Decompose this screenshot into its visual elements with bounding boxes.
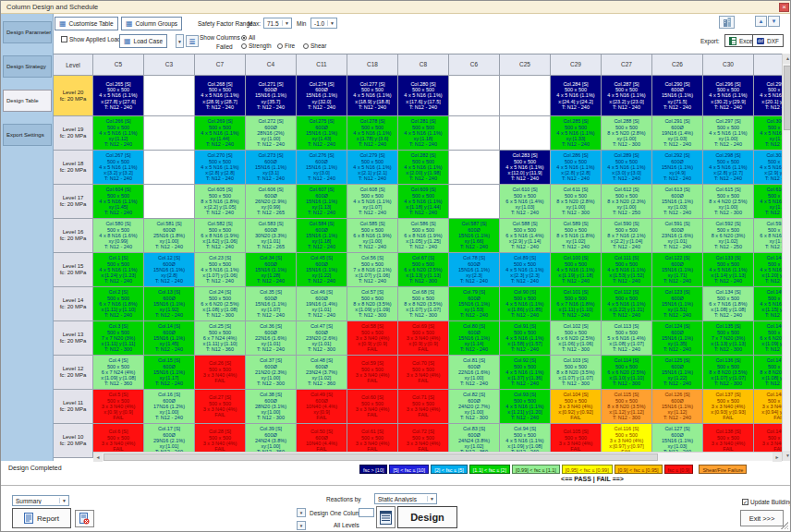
grid-column-header[interactable]: C11 [297, 54, 347, 76]
radio-shear[interactable] [303, 43, 309, 49]
grid-cell[interactable]: Col.299 [S]500 x 5004 x 5 N16 (1.1%)x:[2… [754, 76, 782, 116]
grid-cell[interactable]: Col.69 [S]500 x 5003 x 3 N40 (4%)x:[0.9]… [398, 321, 449, 356]
grid-cell[interactable]: Col.3 [S]500 x 5007 x 7 N20 (3%)x:[1.11]… [93, 321, 144, 356]
grid-cell[interactable]: Col.285 [S]500 x 5004 x 5 N16 (1.1%)xy:[… [551, 116, 602, 151]
grid-cell[interactable]: Col.284 [S]500 x 5004 x 5 N16 (1.1%)x:[2… [551, 76, 602, 116]
grid-cell[interactable]: Col.589 [S]500 x 5008 x 5 N16 (1.8%)xy:[… [551, 219, 602, 253]
grid-cell[interactable] [500, 116, 551, 151]
grid-cell[interactable]: Col.146 [S]500 x 5006 x 6 N20 (2.5%)x:[1… [754, 321, 782, 356]
grid-cell[interactable]: Col.59 [S]500 x 5003 x 3 N40 (4%)FAIL [347, 356, 398, 390]
grid-column-header[interactable]: C29 [551, 54, 602, 76]
grid-cell[interactable]: Col.298 [S]500 x 5004 x 5 N16 (1.1%)x:[2… [703, 151, 754, 185]
grid-cell[interactable]: Col.126 [S]600Ø15N16 (1.1%)xy:[1.12]T: N… [652, 390, 703, 424]
grid-cell[interactable]: Col.276 [S]600Ø15N16 (1.1%)xy:[3.0]T: N1… [297, 151, 347, 185]
customise-table-button[interactable]: ▦ Customise Table [55, 17, 118, 30]
grid-cell[interactable]: Col.266 [S]500 x 5004 x 5 N16 (1.1%)xy:[… [93, 116, 144, 151]
grid-column-header[interactable] [754, 54, 782, 76]
grid-column-header[interactable]: C5 [93, 54, 144, 76]
grid-cell[interactable]: Col.278 [S]500 x 5004 x 5 N16 (1.1%)x:[1… [347, 116, 398, 151]
level-cell[interactable]: Level 13fc: 20 MPa [54, 321, 93, 356]
scroll-right-arrow-icon[interactable]: ► [773, 453, 782, 462]
grid-cell[interactable]: Col.587 [S]600Ø15N16 (1.1%)xy:[1.66]T: N… [449, 219, 500, 253]
grid-cell[interactable]: Col.81 [S]600Ø22N16 (1.6%)xy:[1.00]T: N1… [449, 356, 500, 390]
grid-cell[interactable]: Col.274 [S]600Ø15N16 (1.1%)xy:[32.0]T: N… [297, 76, 347, 116]
grid-cell[interactable]: Col.581 [S]600Ø25N16 (1.8%)xy:[1.00]T: N… [144, 219, 195, 253]
grid-cell[interactable]: Col.1 [S]500 x 5004 x 5 N16 (1.1%)x:[1.2… [93, 253, 144, 287]
sidebar-tab-design-table[interactable]: Design Table [3, 90, 52, 112]
grid-cell[interactable]: Col.78 [S]600Ø15N16 (1.1%)xy:[2.3]T: N12… [449, 253, 500, 287]
grid-cell[interactable]: Col.588 [S]500 x 5006 x 5 N16 (1.4%)x:[2… [500, 219, 551, 253]
grid-cell[interactable] [449, 76, 500, 116]
grid-cell[interactable]: Col.288 [S]500 x 5008 x 5 N20 (2.8%)xy:[… [602, 116, 652, 151]
grid-cell[interactable]: Col.90 [S]500 x 5004 x 5 N16 (1.1%)x:[1.… [500, 287, 551, 321]
grid-cell[interactable]: Col.280 [S]500 x 5004 x 5 N16 (1.1%)x:[1… [398, 76, 449, 116]
grid-cell[interactable]: Col.137 [S]500 x 5003 x 3 N40 (4%)x:[0.9… [703, 390, 754, 424]
level-cell[interactable]: Level 10fc: 20 MPa [54, 424, 93, 458]
grid-cell[interactable]: Col.92 [S]500 x 5004 x 5 N16 (1.1%)x:[1.… [500, 356, 551, 390]
grid-cell[interactable]: Col.101 [S]500 x 5006 x 7 N16 (1.8%)x:[1… [551, 287, 602, 321]
grid-cell[interactable]: Col.586 [S]500 x 5006 x 8 N16 (1.9%)x:[1… [398, 219, 449, 253]
grid-cell[interactable]: Col.12 [S]600Ø15N16 (1.1%)xy:[2.8]T: N12… [144, 253, 195, 287]
design-icon-button[interactable] [376, 506, 396, 528]
grid-cell[interactable]: Col.16 [S]600Ø17N16 (1.2%)xy:[1.00]T: N1… [144, 390, 195, 424]
grid-cell[interactable]: Col.591 [S]600Ø23N16 (1.6%)xy:[1.01]T: N… [652, 219, 703, 253]
grid-cell[interactable]: Col.47 [S]600Ø23N20 (2.6%)xy:[1.01]T: N1… [297, 321, 347, 356]
export-dxf-button[interactable]: dxf DXF [752, 34, 784, 47]
grid-cell[interactable]: Col.605 [S]500 x 5008 x 5 N16 (1.8%)x:[2… [195, 185, 246, 219]
grid-cell[interactable]: Col.56 [S]500 x 5007 x 8 N16 (2.1%)x:[1.… [347, 253, 398, 287]
all-levels-dropdown-button[interactable]: ▼ [297, 521, 306, 530]
grid-cell[interactable]: Col.26 [S]500 x 5003 x 3 N40 (4%)FAIL [195, 356, 246, 390]
grid-column-header[interactable]: C3 [144, 54, 195, 76]
grid-cell[interactable]: Col.269 [S]500 x 5004 x 5 N16 (1.1%)xy:[… [195, 116, 246, 151]
scroll-levels-up-button[interactable]: ▲ [755, 16, 767, 27]
grid-cell[interactable]: Col.49 [S]600Ø10N40 (4.4%)xy:[0.9]FAIL [297, 390, 347, 424]
grid-cell[interactable]: Col.68 [S]500 x 5008 x 8 N20 (3.5%)x:[1.… [398, 287, 449, 321]
grid-column-header[interactable]: C8 [398, 54, 449, 76]
grid-cell[interactable]: Col.609 [S]500 x 5004 x 5 N16 (1.1%)x:[1… [398, 185, 449, 219]
grid-cell[interactable] [449, 116, 500, 151]
scroll-up-arrow-icon[interactable]: ▲ [783, 54, 791, 64]
grid-cell[interactable]: Col.590 [S]500 x 5008 x 7 N16 (2.1%)x:[2… [602, 219, 652, 253]
grid-cell[interactable]: Col.123 [S]600Ø15N16 (1.1%)xy:[1.51]T: N… [652, 287, 703, 321]
grid-cell[interactable]: Col.114 [S]500 x 5006 x 6 N20 (2.5%)x:[1… [602, 356, 652, 390]
vertical-scrollbar[interactable]: ▲ ▼ [782, 54, 791, 461]
delete-report-button[interactable] [75, 510, 94, 527]
design-one-column-input[interactable] [359, 508, 374, 517]
grid-column-header[interactable]: C7 [195, 54, 246, 76]
horizontal-scrollbar[interactable]: ◄ ► [93, 452, 782, 461]
grid-cell[interactable]: Col.71 [S]500 x 5003 x 3 N40 (4%)FAIL [398, 390, 449, 424]
grid-cell[interactable] [144, 76, 195, 116]
grid-cell[interactable]: Col.45 [S]600Ø15N16 (1.1%)xy:[1.22]T: N1… [297, 253, 347, 287]
grid-cell[interactable]: Col.144 [S]500 x 5004 x 5 N16 (1.1%)x:[1… [754, 253, 782, 287]
grid-cell[interactable]: Col.93 [S]500 x 5004 x 5 N16 (1.1%)x:[1.… [500, 390, 551, 424]
grid-cell[interactable]: Col.606 [S]600Ø26N20 (2.9%)xy:[0.99]T: N… [246, 185, 297, 219]
grid-cell[interactable]: Col.104 [S]500 x 5003 x 3 N40 (4%)x:[0.9… [551, 390, 602, 424]
grid-cell[interactable]: Col.286 [S]500 x 5004 x 5 N16 (1.1%)x:[2… [551, 151, 602, 185]
grid-cell[interactable]: Col.290 [S]600Ø15N16 (1.1%)xy:[71.5]T: N… [652, 76, 703, 116]
sidebar-tab-design-strategy[interactable]: Design Strategy [3, 55, 52, 78]
grid-cell[interactable]: Col.82 [S]600Ø24N20 (2.7%)xy:[1.00]T: N1… [449, 390, 500, 424]
grid-cell[interactable]: Col.270 [S]500 x 5004 x 5 N16 (1.1%)x:[2… [195, 151, 246, 185]
grid-cell[interactable]: Col.148 [S]500 x 5003 x 3 N40 (4%)x:[0.9… [754, 390, 782, 424]
grid-cell[interactable]: Col.145 [S]500 x 5004 x 5 N16 (1.1%)x:[1… [754, 287, 782, 321]
grid-column-header[interactable]: C26 [652, 54, 703, 76]
grid-cell[interactable]: Col.593 [S]500 x 5006 x 8 N16 (1.9%)xy:[… [754, 219, 782, 253]
grid-column-header[interactable]: C30 [703, 54, 754, 76]
grid-cell[interactable]: Col.57 [S]500 x 5008 x 8 N20 (3.5%)x:[1.… [347, 287, 398, 321]
grid-cell[interactable]: Col.580 [S]500 x 5004 x 8 N16 (1.6%)xy:[… [93, 219, 144, 253]
scroll-left-arrow-icon[interactable]: ◄ [93, 453, 103, 462]
grid-cell[interactable]: Col.277 [S]500 x 5004 x 5 N16 (1.1%)x:[1… [347, 76, 398, 116]
grid-cell[interactable]: Col.287 [S]500 x 5004 x 5 N16 (1.1%)x:[2… [602, 76, 652, 116]
grid-cell[interactable]: Col.283 [S]500 x 5004 x 5 N16 (1.1%)x:[1… [500, 151, 551, 185]
grid-cell[interactable]: Col.147 [S]500 x 5008 x 8 N20 (3.5%)x:[1… [754, 356, 782, 390]
design-button[interactable]: Design [397, 506, 457, 528]
grid-cell[interactable]: Col.279 [S]500 x 5004 x 5 N16 (1.1%)x:[2… [347, 151, 398, 185]
grid-cell[interactable]: Col.267 [S]500 x 5004 x 5 N16 (1.1%)x:[3… [93, 151, 144, 185]
grid-cell[interactable]: Col.282 [S]500 x 5004 x 5 N16 (1.1%)x:[2… [398, 151, 449, 185]
grid-column-header[interactable]: C6 [449, 54, 500, 76]
grid-cell[interactable]: Col.301 [S]500 x 5004 x 5 N16 (1.1%)x:[2… [754, 151, 782, 185]
radio-fire[interactable] [277, 43, 283, 49]
grid-cell[interactable]: Col.275 [S]600Ø15N16 (1.1%)xy:[1.43]T: N… [297, 116, 347, 151]
grid-cell[interactable]: Col.14 [S]600Ø15N16 (1.1%)xy:[1.45]T: N1… [144, 321, 195, 356]
grid-cell[interactable]: Col.67 [S]500 x 5006 x 6 N20 (2.5%)x:[1.… [398, 253, 449, 287]
